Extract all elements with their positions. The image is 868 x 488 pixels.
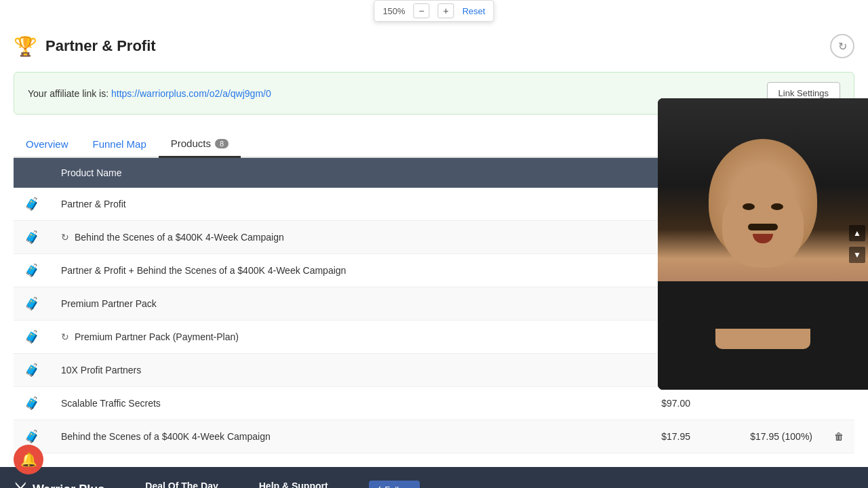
product-name-text: Partner & Profit — [61, 199, 126, 209]
zoom-out-button[interactable]: − — [414, 3, 430, 18]
product-name-text: Behind the Scenes of a $400K 4-Week Camp… — [61, 431, 271, 442]
tab-funnel-map-label: Funnel Map — [93, 138, 146, 150]
row-product-name: Partner & Profit + Behind the Scenes of … — [50, 254, 633, 287]
col-icon — [14, 158, 50, 188]
warrior-plus-logo-icon: ⚔ — [14, 481, 27, 488]
tab-products-label: Products — [171, 138, 211, 149]
col-product-name: Product Name — [50, 158, 633, 188]
video-scroll-up[interactable]: ▲ — [849, 225, 865, 241]
fb-icon: f — [378, 485, 381, 488]
product-name-text: Partner & Profit + Behind the Scenes of … — [61, 265, 346, 276]
video-overlay: ▲ ▼ — [658, 98, 868, 390]
page-title: Partner & Profit — [45, 37, 156, 55]
row-product-name: Scalable Traffic Secrets — [50, 387, 633, 420]
footer-fb: f Follow 75K people are following this. … — [369, 481, 477, 488]
video-controls: ▲ ▼ — [846, 220, 868, 268]
row-product-name: Premium Partner Pack — [50, 287, 633, 321]
notification-bell[interactable]: 🔔 — [14, 445, 43, 474]
fb-follow-label: Follow — [384, 485, 410, 488]
footer-help-title: Help & Support — [259, 481, 328, 488]
tab-products-badge: 8 — [215, 139, 229, 148]
row-icon: 🧳 — [14, 188, 50, 221]
footer-logo: ⚔ Warrior Plus — [14, 481, 104, 488]
trophy-icon: 🏆 — [14, 35, 37, 58]
row-icon: 🧳 — [14, 387, 50, 420]
footer: ⚔ Warrior Plus Deal Of The Day Help & Su… — [0, 467, 868, 488]
row-action — [823, 387, 854, 420]
video-person: ▲ ▼ — [658, 98, 868, 390]
affiliate-link[interactable]: https://warriorplus.com/o2/a/qwj9gm/0 — [111, 88, 271, 99]
footer-deal: Deal Of The Day — [145, 481, 218, 488]
row-product-name: ↻Behind the Scenes of a $400K 4-Week Cam… — [50, 221, 633, 254]
row-price: $97.00 — [633, 387, 701, 420]
row-icon: 🧳 — [14, 354, 50, 387]
row-product-name: Partner & Profit — [50, 188, 633, 221]
upsell-icon: ↻ — [61, 232, 69, 243]
page-header: 🏆 Partner & Profit ↻ — [14, 34, 854, 58]
table-row: 🧳Scalable Traffic Secrets$97.00 — [14, 387, 854, 420]
fb-follow-button[interactable]: f Follow — [369, 481, 420, 488]
footer-deal-title: Deal Of The Day — [145, 481, 218, 488]
warrior-plus-logo-text: Warrior Plus — [33, 483, 104, 489]
product-name-text: Premium Partner Pack — [61, 298, 157, 309]
product-name-text: Premium Partner Pack (Payment-Plan) — [75, 331, 239, 342]
row-commission: $17.95 (100%) — [701, 420, 823, 453]
row-icon: 🧳 — [14, 287, 50, 321]
row-icon: 🧳 — [14, 221, 50, 254]
tab-overview-label: Overview — [26, 138, 68, 150]
zoom-level: 150% — [382, 6, 405, 16]
product-name-text: Behind the Scenes of a $400K 4-Week Camp… — [75, 232, 284, 243]
row-product-name: Behind the Scenes of a $400K 4-Week Camp… — [50, 420, 633, 453]
row-price: $17.95 — [633, 420, 701, 453]
footer-help: Help & Support — [259, 481, 328, 488]
row-product-name: 10X Profit Partners — [50, 354, 633, 387]
row-icon: 🧳 — [14, 254, 50, 287]
tab-overview[interactable]: Overview — [14, 131, 81, 157]
row-action[interactable]: 🗑 — [823, 420, 854, 453]
tab-products[interactable]: Products 8 — [159, 131, 241, 158]
upsell-icon: ↻ — [61, 331, 69, 342]
row-icon: 🧳 — [14, 321, 50, 354]
affiliate-prefix: Your affiliate link is: — [28, 88, 108, 99]
video-scroll-down[interactable]: ▼ — [849, 247, 865, 263]
affiliate-text: Your affiliate link is: https://warriorp… — [28, 88, 271, 99]
table-row: 🧳Behind the Scenes of a $400K 4-Week Cam… — [14, 420, 854, 453]
title-area: 🏆 Partner & Profit — [14, 35, 156, 58]
zoom-bar: 150% − + Reset — [374, 0, 494, 22]
bell-icon: 🔔 — [20, 451, 37, 468]
product-name-text: 10X Profit Partners — [61, 365, 141, 375]
zoom-in-button[interactable]: + — [438, 3, 454, 18]
row-product-name: ↻Premium Partner Pack (Payment-Plan) — [50, 321, 633, 354]
row-commission — [701, 387, 823, 420]
refresh-button[interactable]: ↻ — [830, 34, 854, 58]
tab-funnel-map[interactable]: Funnel Map — [81, 131, 159, 157]
zoom-reset-button[interactable]: Reset — [462, 6, 486, 16]
product-name-text: Scalable Traffic Secrets — [61, 398, 161, 409]
